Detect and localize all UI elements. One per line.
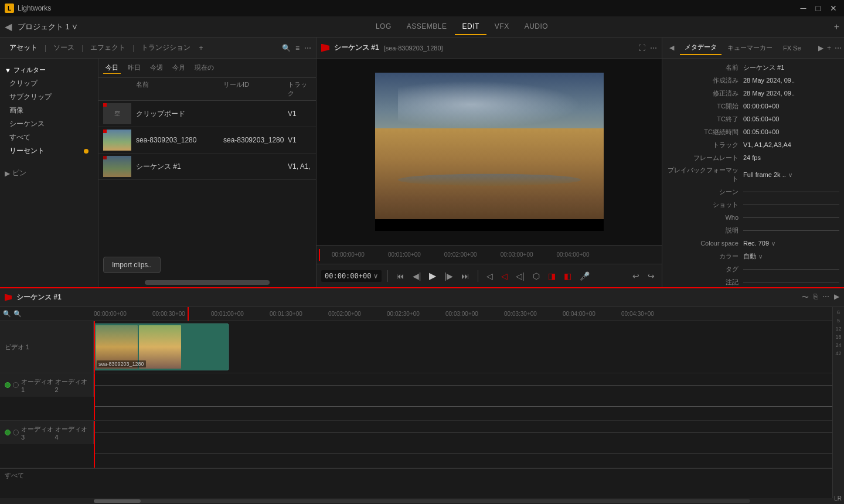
menu-add-button[interactable]: + — [834, 22, 839, 32]
more-icon[interactable]: ⋯ — [304, 44, 311, 52]
meta-label-framerate: フレームレート — [667, 154, 743, 162]
import-clips-button[interactable]: Import clips.. — [103, 257, 161, 273]
scrollbar-track[interactable] — [94, 499, 750, 503]
sidebar-recent-label: リーセント — [9, 146, 45, 156]
search-icon[interactable]: 🔍 — [282, 44, 291, 52]
date-tab-yesterday[interactable]: 昨日 — [125, 62, 143, 74]
date-tab-week[interactable]: 今週 — [148, 62, 165, 74]
meta-next-icon[interactable]: ▶ — [818, 44, 823, 52]
nav-audio[interactable]: AUDIO — [518, 19, 556, 35]
fullscreen-icon[interactable]: ⛶ — [638, 44, 645, 52]
file-row-sequence[interactable]: シーケンス #1 V1, A1, — [98, 154, 316, 180]
asset-tab-add-button[interactable]: + — [199, 44, 203, 52]
preview-more-icon[interactable]: ⋯ — [650, 44, 657, 52]
file-thumb-sea — [103, 130, 131, 151]
nav-vfx[interactable]: VFX — [488, 19, 516, 35]
timeline-more-icon[interactable]: ⋯ — [822, 292, 829, 302]
tab-assets[interactable]: アセット — [5, 40, 42, 55]
sidebar-item-pin[interactable]: ▶ ピン — [0, 166, 98, 181]
meta-row-scene: シーン — [662, 185, 844, 198]
nav-log[interactable]: LOG — [369, 19, 399, 35]
zoom-out-icon[interactable]: 🔍 — [3, 310, 11, 318]
tab-metadata[interactable]: メタデータ — [680, 40, 722, 55]
date-tab-today[interactable]: 今日 — [103, 62, 121, 74]
date-tab-month[interactable]: 今月 — [170, 62, 188, 74]
timeline-copy-icon[interactable]: ⎘ — [814, 292, 818, 302]
mark-clip-button[interactable]: ◁| — [513, 270, 527, 282]
tab-transitions[interactable]: トランジション — [137, 40, 195, 55]
meta-row-tc-end: TC終了 00:05:00+00 — [662, 113, 844, 125]
scrollbar-thumb[interactable] — [94, 499, 141, 503]
go-end-button[interactable]: ⏭ — [459, 270, 472, 282]
meta-value-description[interactable] — [743, 230, 839, 231]
meta-value-who[interactable] — [743, 217, 839, 218]
mark-in-button[interactable]: ◁ — [484, 270, 495, 282]
redo-button[interactable]: ↪ — [645, 270, 657, 282]
ruler-mark-5: 00:02:30+00 — [387, 311, 420, 317]
track-content-audio1[interactable] — [94, 373, 832, 420]
meta-label-playback-format: プレイバックフォーマット — [667, 166, 743, 183]
trim-end-button[interactable]: ◧ — [561, 270, 574, 282]
meta-row-who: Who — [662, 211, 844, 224]
file-row-sea[interactable]: sea-8309203_1280 sea-8309203_1280 V1 — [98, 127, 316, 154]
audio-button[interactable]: 🎤 — [577, 270, 592, 282]
meta-prev-icon[interactable]: ◀ — [665, 42, 679, 54]
audio1-circle-2[interactable] — [13, 382, 19, 388]
audio3-circle-2[interactable] — [13, 430, 19, 435]
date-tab-current[interactable]: 現在の — [192, 62, 216, 74]
list-icon[interactable]: ≡ — [295, 44, 300, 52]
prev-frame-button[interactable]: ◀| — [410, 270, 424, 282]
timeline-collapse-icon[interactable]: ▶ — [834, 292, 839, 302]
meta-value-scene[interactable] — [743, 192, 839, 192]
track-content-video1[interactable]: sea-8309203_1280 — [94, 321, 832, 373]
timecode-dropdown-icon[interactable]: ∨ — [373, 272, 377, 280]
sidebar-section-filter[interactable]: ▼ フィルター — [0, 63, 98, 77]
track-row-audio3: オーディオ 3 オーディオ 4 — [0, 421, 832, 468]
track-content-audio3[interactable] — [94, 421, 832, 468]
nav-edit[interactable]: EDIT — [455, 19, 486, 35]
sidebar-item-sequence[interactable]: シーケンス — [0, 117, 98, 131]
meta-value-playback-format[interactable]: Full frame 2k .. ∨ — [743, 171, 839, 178]
nav-assemble[interactable]: ASSEMBLE — [400, 19, 454, 35]
tab-fx[interactable]: FX Se — [778, 42, 806, 54]
next-frame-button[interactable]: |▶ — [442, 270, 455, 282]
tab-cue-marker[interactable]: キューマーカー — [723, 41, 777, 55]
undo-button[interactable]: ↩ — [630, 270, 642, 282]
meta-more-icon[interactable]: ⋯ — [835, 44, 842, 52]
go-start-button[interactable]: ⏮ — [394, 270, 407, 282]
tab-effects[interactable]: エフェクト — [86, 40, 130, 55]
meta-value-colour-space[interactable]: Rec. 709 ∨ — [743, 240, 839, 247]
meta-value-tags[interactable] — [743, 269, 839, 270]
timeline-waveform-icon[interactable]: 〜 — [802, 292, 809, 302]
meta-add-icon[interactable]: + — [827, 44, 831, 52]
sidebar-item-all[interactable]: すべて — [0, 131, 98, 144]
sidebar-item-image[interactable]: 画像 — [0, 104, 98, 117]
audio3-circle-1[interactable] — [5, 430, 11, 435]
close-button[interactable]: ✕ — [828, 4, 839, 13]
meta-value-shot[interactable] — [743, 205, 839, 205]
tab-source[interactable]: ソース — [49, 40, 79, 55]
all-label: すべて — [0, 468, 832, 482]
sidebar-item-recent[interactable]: リーセント — [0, 144, 98, 158]
track-label-audio3-text: オーディオ 3 — [21, 425, 55, 441]
meta-value-tc-duration: 00:05:00+00 — [743, 128, 839, 135]
mark-out-button[interactable]: ◁ — [499, 270, 510, 282]
meta-label-tc-end: TC終了 — [667, 115, 743, 124]
sidebar-item-subclip[interactable]: サブクリップ — [0, 90, 98, 104]
video-clip-sea[interactable]: sea-8309203_1280 — [94, 323, 229, 370]
file-row-clipboard[interactable]: 空 クリップボード V1 — [98, 101, 316, 127]
audio1-circle-1[interactable] — [5, 382, 11, 388]
trim-start-button[interactable]: ◨ — [546, 270, 558, 282]
meta-value-color[interactable]: 自動 ∨ — [743, 252, 839, 261]
meta-value-notes[interactable] — [743, 282, 839, 282]
maximize-button[interactable]: □ — [814, 4, 823, 13]
minimize-button[interactable]: ─ — [798, 4, 809, 13]
zoom-in-icon[interactable]: 🔍 — [13, 310, 22, 318]
sync-button[interactable]: ⬡ — [530, 270, 542, 282]
play-button[interactable]: ▶ — [427, 269, 438, 282]
back-button[interactable]: ◀ — [5, 21, 12, 32]
track-label-video1-text: ビデオ 1 — [5, 343, 29, 352]
sidebar-item-clip[interactable]: クリップ — [0, 77, 98, 90]
project-menu[interactable]: プロジェクト 1 ∨ — [18, 22, 78, 32]
horizontal-scrollbar[interactable] — [145, 280, 270, 285]
